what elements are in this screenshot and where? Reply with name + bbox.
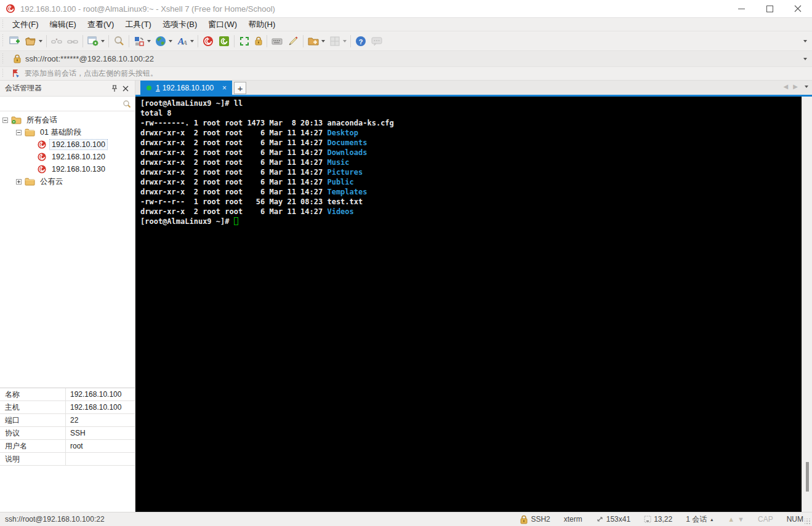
close-button[interactable] (784, 0, 812, 17)
property-value[interactable]: 192.168.10.100 (66, 388, 135, 400)
tree-item-label[interactable]: 01 基础阶段 (38, 127, 83, 138)
status-item-153x41[interactable]: 153x41 (596, 515, 630, 524)
dropdown-caret-icon[interactable] (190, 40, 194, 42)
tree-item[interactable]: 所有会话 (0, 114, 135, 126)
tree-item-label[interactable]: 所有会话 (25, 114, 59, 126)
status-item-NUM[interactable]: NUM (787, 515, 803, 524)
terminal-line: drwxr-xr-x 2 root root 6 Mar 11 14:27 Pi… (140, 167, 802, 177)
menu-item[interactable]: 窗口(W) (203, 18, 243, 30)
tree-expander-icon[interactable] (2, 118, 8, 123)
pin-icon[interactable] (109, 83, 120, 94)
tree-expander-icon[interactable] (16, 179, 22, 185)
tree-item[interactable]: 192.168.10.100 (0, 138, 135, 151)
tree-item-label[interactable]: 192.168.10.120 (50, 152, 107, 162)
maximize-button[interactable] (755, 0, 784, 17)
toolbar-button-xshell-icon[interactable] (200, 33, 216, 49)
property-value[interactable]: SSH (66, 427, 135, 439)
tab-prev-icon[interactable]: ◀ (784, 83, 789, 90)
property-row: 名称192.168.10.100 (0, 388, 135, 401)
terminal-scrollbar[interactable] (802, 97, 812, 512)
toolbar-button-layout-icon[interactable] (131, 33, 153, 49)
status-item-SSH2[interactable]: SSH2 (520, 515, 550, 524)
dropdown-caret-icon[interactable] (39, 40, 42, 42)
toolbar-button-font-icon[interactable]: AA (174, 33, 196, 49)
address-dropdown-button[interactable] (803, 58, 807, 60)
toolbar-overflow-button[interactable] (803, 40, 807, 42)
toolbar-button-lock-icon[interactable] (252, 34, 265, 47)
toolbar-button-reconnect-icon[interactable] (65, 33, 81, 49)
dropdown-caret-icon[interactable] (101, 40, 105, 42)
dropdown-caret-icon[interactable] (321, 40, 325, 42)
tab-close-icon[interactable]: × (222, 84, 227, 92)
window-title: 192.168.10.100 - root@AlmaLinux9:~ - Xsh… (20, 4, 727, 14)
menu-item[interactable]: 编辑(E) (44, 18, 82, 30)
panel-close-icon[interactable] (120, 83, 131, 94)
connected-status-icon (147, 86, 151, 90)
cursor-pos-icon (644, 516, 651, 523)
infobar-grip[interactable] (2, 69, 4, 78)
toolbar-separator (198, 35, 198, 47)
toolbar-button-keyboard-icon[interactable] (269, 33, 285, 49)
menu-item[interactable]: 工具(T) (119, 18, 157, 30)
session-search-input[interactable] (0, 97, 123, 111)
toolbar-button-fullscreen-icon[interactable] (236, 33, 252, 49)
dropdown-caret-icon[interactable] (169, 40, 172, 42)
dropdown-caret-icon[interactable] (147, 40, 151, 42)
status-item-1322[interactable]: 13,22 (644, 515, 672, 524)
tree-item-label[interactable]: 公有云 (38, 176, 65, 188)
tree-item[interactable]: 192.168.10.120 (0, 151, 135, 163)
tree-item[interactable]: 01 基础阶段 (0, 126, 135, 138)
toolbar-separator (46, 35, 47, 47)
terminal-scrollbar-thumb[interactable] (806, 462, 809, 492)
resize-grip[interactable] (805, 519, 811, 525)
toolbar-button-xftp-icon[interactable] (216, 33, 232, 49)
tree-expander-icon[interactable] (16, 130, 22, 135)
session-tab[interactable]: 1 192.168.10.100 × (140, 81, 232, 95)
property-value[interactable]: 192.168.10.100 (66, 401, 135, 413)
up-arrow-icon[interactable]: ▲ (728, 516, 734, 523)
toolbar-button-feedback-icon[interactable] (369, 33, 385, 49)
toolbar-button-tab-grid-icon[interactable] (327, 33, 348, 49)
menu-item[interactable]: 文件(F) (7, 18, 44, 30)
status-item-xterm[interactable]: xterm (564, 515, 582, 524)
status-item-1[interactable]: 1 会话▴ (686, 514, 713, 525)
toolbar-button-globe-icon[interactable] (153, 33, 174, 49)
terminal-line: drwxr-xr-x 2 root root 6 Mar 11 14:27 Do… (140, 138, 802, 148)
new-tab-button[interactable]: + (234, 82, 246, 94)
toolbar-button-new-folder-icon[interactable] (305, 33, 327, 49)
property-row: 端口22 (0, 414, 135, 427)
tab-list-button[interactable] (805, 86, 808, 88)
property-value[interactable]: 22 (66, 414, 135, 426)
tree-item-label[interactable]: 192.168.10.100 (50, 140, 107, 149)
dropdown-caret-icon[interactable] (343, 40, 347, 42)
status-item-CAP[interactable]: CAP (758, 515, 773, 524)
minimize-button[interactable] (727, 0, 755, 17)
toolbar-grip[interactable] (2, 34, 4, 48)
menu-item[interactable]: 选项卡(B) (157, 18, 203, 30)
toolbar-button-highlight-pen-icon[interactable] (285, 33, 301, 49)
address-url[interactable]: ssh://root:******@192.168.10.100:22 (25, 54, 154, 63)
tree-item-label[interactable]: 192.168.10.130 (50, 164, 107, 174)
property-label: 协议 (0, 427, 66, 439)
toolbar-button-help-icon[interactable]: ? (353, 33, 369, 49)
menu-item[interactable]: 查看(V) (82, 18, 119, 30)
property-value[interactable]: root (66, 440, 135, 452)
toolbar-button-new-session-icon[interactable] (7, 33, 23, 49)
tree-item[interactable]: 公有云 (0, 175, 135, 188)
tab-next-icon[interactable]: ▶ (793, 83, 798, 90)
down-arrow-icon[interactable]: ▼ (738, 516, 744, 523)
terminal-screen[interactable]: [root@AlmaLinux9 ~]# lltotal 8-rw-------… (135, 97, 802, 512)
toolbar-button-session-properties-icon[interactable] (85, 33, 107, 49)
property-value[interactable] (66, 453, 135, 465)
menu-item[interactable]: 帮助(H) (243, 18, 281, 30)
property-row: 协议SSH (0, 427, 135, 440)
folder-icon (25, 177, 35, 186)
addressbar-grip[interactable] (2, 54, 4, 65)
toolbar-button-open-folder-icon[interactable] (23, 33, 44, 49)
menubar-grip[interactable] (2, 20, 4, 29)
session-manager-panel: 会话管理器 所有会话01 基础阶段192.168.10.100192.168.1… (0, 81, 135, 512)
toolbar-button-disconnect-icon[interactable] (49, 33, 65, 49)
toolbar-button-find-icon[interactable] (111, 33, 127, 49)
tree-item[interactable]: 192.168.10.130 (0, 163, 135, 175)
session-list-caret-icon[interactable]: ▴ (710, 517, 713, 522)
